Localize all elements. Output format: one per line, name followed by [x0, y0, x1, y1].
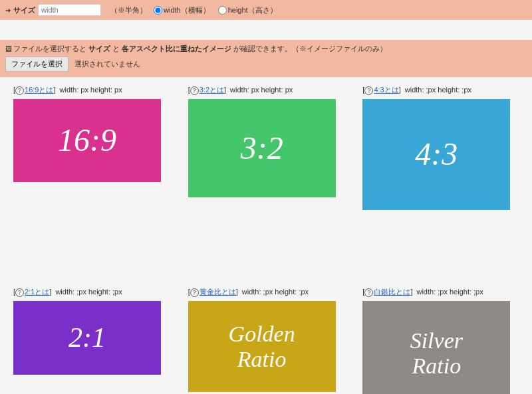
- radio-height-label: height（高さ）: [228, 5, 277, 15]
- ratio-info-link[interactable]: 黄金比とは: [200, 288, 236, 296]
- ratio-dimensions: width: ;px height: ;px: [405, 86, 471, 94]
- help-icon: [364, 288, 374, 296]
- upload-description: ファイルを選択すると サイズ と 各アスペクト比に重ねたイメージ が確認できます…: [5, 44, 527, 54]
- radio-width[interactable]: [154, 6, 162, 15]
- size-toolbar: サイズ （※半角） width（横幅） height（高さ）: [0, 0, 532, 20]
- spacer: [362, 229, 519, 268]
- ratio-cell: [3:2とは]width: px height: px3:2: [188, 85, 344, 210]
- help-icon: [15, 288, 25, 296]
- ratio-box: GoldenRatio: [188, 301, 336, 392]
- file-status: 選択されていません: [74, 60, 140, 68]
- ratio-meta: [4:3とは]width: ;px height: ;px: [362, 85, 519, 95]
- ratio-dimensions: width: px height: px: [60, 86, 122, 94]
- ratio-meta: [2:1とは]width: ;px height: ;px: [13, 287, 170, 297]
- image-icon: [5, 45, 13, 52]
- ratio-cell: [4:3とは]width: ;px height: ;px4:3: [362, 85, 519, 210]
- help-icon: [364, 86, 374, 94]
- ratio-meta: [16:9とは]width: px height: px: [13, 85, 170, 95]
- size-input[interactable]: [38, 4, 101, 16]
- size-label: サイズ: [13, 5, 35, 15]
- help-icon: [190, 86, 200, 94]
- ratio-info-link[interactable]: 16:9とは: [25, 86, 53, 94]
- radio-height[interactable]: [218, 6, 227, 15]
- ratio-meta: [白銀比とは]width: ;px height: ;px: [362, 287, 519, 297]
- ratio-cell: [黄金比とは]width: ;px height: ;pxGoldenRatio: [188, 287, 344, 394]
- ratio-grid: [16:9とは]width: px height: px16:9[3:2とは]w…: [0, 77, 532, 394]
- ratio-info-link[interactable]: 2:1とは: [25, 288, 49, 296]
- upload-bar: ファイルを選択すると サイズ と 各アスペクト比に重ねたイメージ が確認できます…: [0, 40, 532, 77]
- ratio-dimensions: width: ;px height: ;px: [242, 288, 309, 296]
- help-icon: [190, 288, 200, 296]
- ratio-info-link[interactable]: 白銀比とは: [374, 288, 410, 296]
- radio-width-label: width（横幅）: [164, 5, 210, 15]
- ratio-box: 4:3: [362, 99, 510, 210]
- ratio-box: SilverRatio: [362, 301, 510, 394]
- help-icon: [15, 86, 25, 94]
- ratio-cell: [白銀比とは]width: ;px height: ;pxSilverRatio: [362, 287, 519, 394]
- spacer: [13, 229, 170, 268]
- half-width-note: （※半角）: [110, 5, 147, 15]
- ratio-info-link[interactable]: 3:2とは: [200, 86, 224, 94]
- ratio-dimensions: width: ;px height: ;px: [416, 288, 483, 296]
- ratio-info-link[interactable]: 4:3とは: [374, 86, 398, 94]
- ratio-box: 2:1: [13, 301, 161, 375]
- ratio-box: 16:9: [13, 99, 161, 182]
- ratio-meta: [3:2とは]width: px height: px: [188, 85, 344, 95]
- ratio-box: 3:2: [188, 99, 336, 197]
- arrow-right-icon: [5, 6, 11, 14]
- ratio-dimensions: width: px height: px: [230, 86, 293, 94]
- ratio-cell: [2:1とは]width: ;px height: ;px2:1: [13, 287, 170, 394]
- ratio-meta: [黄金比とは]width: ;px height: ;px: [188, 287, 344, 297]
- ratio-cell: [16:9とは]width: px height: px16:9: [13, 85, 170, 210]
- ratio-dimensions: width: ;px height: ;px: [55, 288, 122, 296]
- file-select-button[interactable]: ファイルを選択: [5, 56, 68, 72]
- spacer: [188, 229, 344, 268]
